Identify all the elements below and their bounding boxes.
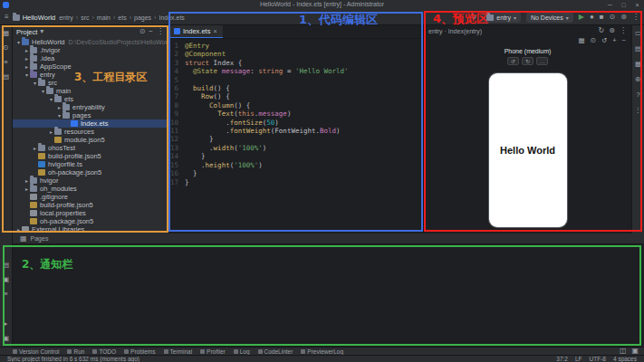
todo-icon[interactable]: ▣ <box>3 275 9 284</box>
tool-window-button-log[interactable]: Log <box>234 348 250 355</box>
rotate-left-icon[interactable]: ↺ <box>507 57 519 65</box>
tree-chevron-icon[interactable]: ▸ <box>24 177 30 184</box>
code-line[interactable]: 2@Component <box>168 50 423 58</box>
tree-chevron-icon[interactable]: ▸ <box>24 55 30 62</box>
status-item[interactable]: 37:2 <box>556 356 568 362</box>
settings-icon[interactable]: ⊛ <box>620 13 627 22</box>
chevron-down-icon[interactable]: ▾ <box>40 27 43 36</box>
code-line[interactable]: 9 Text(this.message) <box>168 110 423 118</box>
rotate-right-icon[interactable]: ↻ <box>522 57 533 65</box>
code-line[interactable]: 3struct Index { <box>168 59 423 67</box>
more-icon[interactable]: ⋮ <box>620 26 627 35</box>
tree-chevron-icon[interactable]: ▾ <box>15 39 22 45</box>
bookmarks-icon[interactable]: ▤ <box>3 72 9 81</box>
zoom-in-icon[interactable]: + <box>612 36 616 46</box>
sync-icon[interactable]: ↻ <box>471 13 477 22</box>
more-icon[interactable]: … <box>536 57 548 65</box>
event-log-icon[interactable]: ≡ <box>4 290 7 299</box>
tree-item-ets[interactable]: ▾ets <box>13 95 168 103</box>
tree-item-src[interactable]: ▾src <box>13 79 168 87</box>
code-line[interactable]: 8 Column() { <box>168 101 423 110</box>
status-item[interactable]: 4 spaces <box>613 356 637 362</box>
code-line[interactable]: 10 .fontSize(50) <box>168 119 423 127</box>
locate-icon[interactable]: ⊙ <box>610 13 616 22</box>
code-line[interactable]: 12 } <box>168 135 423 143</box>
tree-item-entryability[interactable]: ▸entryability <box>13 103 168 111</box>
tree-item-oh-package-json5[interactable]: oh-package.json5 <box>13 168 168 176</box>
breadcrumb-item[interactable]: pages <box>134 14 151 21</box>
code-line[interactable]: 5 <box>168 76 423 84</box>
run-config-selector[interactable]: entry ▾ <box>482 12 521 23</box>
tree-chevron-icon[interactable]: ▸ <box>24 47 30 53</box>
components-icon[interactable]: ▦ <box>635 60 641 69</box>
minimize-button[interactable]: ─ <box>603 0 617 10</box>
breadcrumb-item[interactable]: ets <box>118 14 126 21</box>
status-item[interactable]: LF <box>575 356 582 362</box>
collapse-all-icon[interactable]: − <box>149 27 153 36</box>
tree-item-resources[interactable]: ▸resources <box>13 128 168 136</box>
code-line[interactable]: 11 .fontWeight(FontWeight.Bold) <box>168 127 423 135</box>
tree-item-pages[interactable]: ▾pages <box>13 111 168 119</box>
previewer-tab-icon[interactable]: ▭ <box>635 29 641 38</box>
tool-window-button-todo[interactable]: TODO <box>92 348 116 355</box>
tree-item-index-ets[interactable]: Index.ets <box>13 119 168 128</box>
breadcrumb-item[interactable]: entry <box>59 14 73 21</box>
code-editor[interactable]: Index.ets × 1@Entry2@Component3struct In… <box>168 25 423 233</box>
hamburger-menu-icon[interactable]: ≡ <box>5 13 9 22</box>
tree-chevron-icon[interactable]: ▾ <box>40 88 46 94</box>
refresh-icon[interactable]: ↻ <box>599 26 605 35</box>
project-panel-title[interactable]: Project <box>16 28 37 36</box>
status-item[interactable]: UTF-8 <box>590 356 606 362</box>
zoom-out-icon[interactable]: − <box>622 36 626 46</box>
tree-chevron-icon[interactable]: ▾ <box>56 112 62 119</box>
tree-chevron-icon[interactable]: ▸ <box>24 186 30 192</box>
code-line[interactable]: 7 Row() { <box>168 92 423 100</box>
tool-window-button-terminal[interactable]: Terminal <box>164 348 193 355</box>
code-line[interactable]: 4 @State message: string = 'Hello World' <box>168 67 423 75</box>
run-icon[interactable]: ▶ <box>579 13 584 22</box>
tree-chevron-icon[interactable]: ▸ <box>15 226 22 233</box>
close-button[interactable]: × <box>630 0 644 10</box>
tree-chevron-icon[interactable]: ▸ <box>32 145 38 151</box>
tool-window-button-codelinter[interactable]: CodeLinter <box>258 348 293 355</box>
device-selector[interactable]: No Devices ▾ <box>526 12 573 23</box>
tree-item-oh-package-json5[interactable]: oh-package.json5 <box>13 217 168 225</box>
more-icon[interactable]: ⋮ <box>632 13 639 22</box>
pages-label[interactable]: Pages <box>31 235 49 242</box>
stop-icon[interactable]: ■ <box>600 13 604 22</box>
tool-window-button-problems[interactable]: Problems <box>124 348 155 355</box>
tool-window-button-previewerlog[interactable]: PreviewerLog <box>301 348 343 355</box>
tree-item-local-properties[interactable]: local.properties <box>13 209 168 217</box>
tool-window-button-version-control[interactable]: Version Control <box>13 348 59 355</box>
previewer-page-selector[interactable]: entry · Index(entry) <box>428 28 482 34</box>
tree-item--idea[interactable]: ▸.idea <box>13 54 168 62</box>
code-line[interactable]: 14 } <box>168 152 423 160</box>
breadcrumb-item[interactable]: src <box>81 14 89 21</box>
terminal-icon[interactable]: ▸ <box>5 319 8 329</box>
more-icon[interactable]: ⋮ <box>635 106 642 115</box>
breadcrumb-item[interactable]: main <box>97 14 111 21</box>
maximize-button[interactable]: □ <box>617 0 630 10</box>
settings-icon[interactable]: ⊛ <box>635 75 640 84</box>
code-line[interactable]: 6 build() { <box>168 84 423 92</box>
gallery-icon[interactable]: ▤ <box>635 44 641 53</box>
tree-chevron-icon[interactable]: ▾ <box>48 96 54 102</box>
more-options-icon[interactable]: ⋮ <box>157 27 164 36</box>
settings-icon[interactable]: ⊛ <box>609 26 615 35</box>
project-icon[interactable]: ▦ <box>3 29 9 38</box>
tree-item-ohostest[interactable]: ▸ohosTest <box>13 144 168 152</box>
tree-item-appscope[interactable]: ▸AppScope <box>13 62 168 71</box>
tree-item-hvigor[interactable]: ▸hvigor <box>13 176 168 185</box>
tree-item--hvigor[interactable]: ▸.hvigor <box>13 46 168 54</box>
code-line[interactable]: 13 .width('100%') <box>168 144 423 152</box>
tree-chevron-icon[interactable]: ▸ <box>48 129 54 135</box>
tree-item--gitignore[interactable]: .gitignore <box>13 193 168 201</box>
close-icon[interactable]: × <box>213 28 216 34</box>
tree-chevron-icon[interactable]: ▾ <box>24 71 30 78</box>
tree-item-main[interactable]: ▾main <box>13 87 168 95</box>
breadcrumb-item[interactable]: Index.ets <box>159 14 184 21</box>
tree-item-entry[interactable]: ▾entry <box>13 71 168 79</box>
notifications-icon[interactable]: ▤ <box>3 261 9 270</box>
editor-tab-index-ets[interactable]: Index.ets × <box>168 25 223 38</box>
tree-item-build-profile-json5[interactable]: build-profile.json5 <box>13 201 168 209</box>
